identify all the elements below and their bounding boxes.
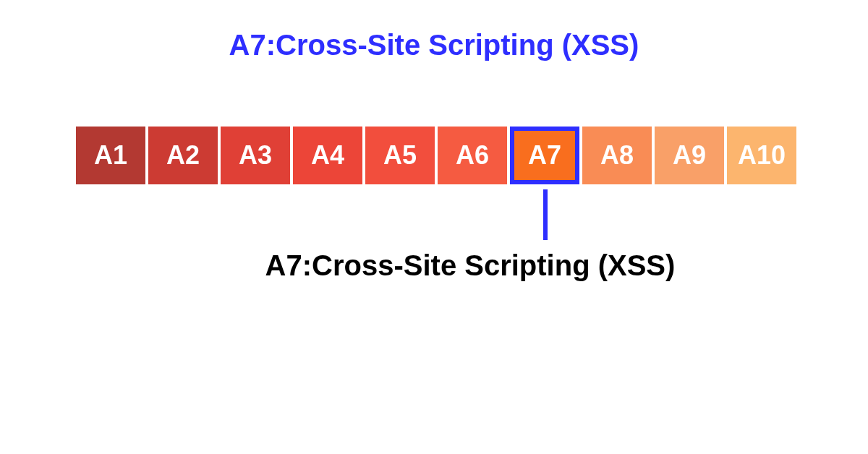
bar-label: A1 xyxy=(94,140,127,171)
bar-label: A4 xyxy=(311,140,344,171)
bar-a5: A5 xyxy=(365,127,435,184)
bar-a10: A10 xyxy=(727,127,796,184)
bar-a7: A7 xyxy=(510,127,579,184)
bar-a8: A8 xyxy=(582,127,652,184)
bar-label: A6 xyxy=(456,140,489,171)
bar-label: A8 xyxy=(600,140,634,171)
bar-label: A5 xyxy=(383,140,417,171)
highlight-connector-line xyxy=(543,189,548,240)
owasp-top10-bar-row: A1A2A3A4A5A6A7A8A9A10 xyxy=(76,127,796,184)
bar-label: A10 xyxy=(738,140,786,171)
bar-a1: A1 xyxy=(76,127,145,184)
bar-label: A3 xyxy=(239,140,272,171)
bar-a6: A6 xyxy=(438,127,507,184)
page-title: A7:Cross-Site Scripting (XSS) xyxy=(0,29,868,61)
bar-a3: A3 xyxy=(221,127,290,184)
bar-a9: A9 xyxy=(655,127,724,184)
bar-a2: A2 xyxy=(148,127,218,184)
bar-label: A9 xyxy=(673,140,706,171)
highlight-annotation: A7:Cross-Site Scripting (XSS) xyxy=(0,249,868,282)
bar-a4: A4 xyxy=(293,127,362,184)
bar-label: A2 xyxy=(166,140,200,171)
bar-label: A7 xyxy=(528,140,561,171)
